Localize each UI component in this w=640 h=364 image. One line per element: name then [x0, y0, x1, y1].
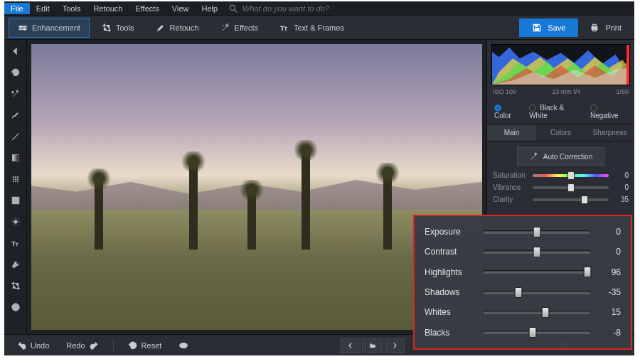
tone-sliders-callout: Exposure 0Contrast 0Highlights 96Shadows…	[413, 215, 632, 350]
save-button[interactable]: Save	[519, 18, 578, 37]
slider-track[interactable]	[533, 174, 609, 177]
prev-image-button[interactable]	[341, 338, 361, 353]
subtab-colors[interactable]: Colors	[536, 124, 585, 141]
mode-color[interactable]: Color	[494, 104, 521, 119]
pen-icon[interactable]	[9, 129, 23, 144]
undo-button[interactable]: Undo	[10, 338, 56, 353]
slider-clarity[interactable]: Clarity 35	[493, 196, 629, 203]
menu-edit[interactable]: Edit	[30, 3, 56, 14]
menu-view[interactable]: View	[166, 3, 196, 14]
slider-highlights[interactable]: Highlights 96	[425, 267, 621, 277]
menu-file[interactable]: File	[4, 3, 30, 14]
slider-knob[interactable]	[533, 227, 541, 237]
print-icon	[590, 23, 599, 33]
pattern-icon[interactable]	[9, 172, 23, 186]
slider-knob[interactable]	[542, 307, 550, 318]
svg-point-14	[13, 176, 14, 178]
svg-point-5	[23, 28, 26, 30]
svg-point-4	[20, 26, 22, 28]
slider-track[interactable]	[533, 198, 609, 201]
slider-label: Vibrance	[493, 183, 528, 191]
slider-contrast[interactable]: Contrast 0	[425, 247, 621, 257]
menu-help[interactable]: Help	[195, 3, 224, 14]
rotate-icon[interactable]	[9, 65, 23, 80]
mode-negative[interactable]: Negative	[590, 104, 627, 119]
slider-track[interactable]	[483, 230, 591, 234]
browse-button[interactable]	[362, 338, 383, 353]
brush-icon[interactable]	[9, 108, 23, 122]
reset-button[interactable]: Reset	[121, 338, 169, 353]
slider-shadows[interactable]: Shadows -35	[425, 287, 621, 297]
save-label: Save	[548, 23, 565, 32]
menu-retouch[interactable]: Retouch	[87, 3, 129, 14]
slider-label: Exposure	[425, 227, 474, 237]
crop-icon	[102, 23, 112, 33]
slider-knob[interactable]	[581, 196, 588, 204]
subtab-main[interactable]: Main	[487, 124, 536, 141]
slider-label: Shadows	[425, 287, 474, 297]
svg-point-21	[15, 181, 16, 182]
subtab-sharpness[interactable]: Sharpness	[585, 124, 634, 141]
save-icon	[532, 23, 542, 33]
slider-value: 15	[599, 307, 621, 317]
mode-bw[interactable]: Black & White	[529, 104, 582, 119]
adjust-subtabs: Main Colors Sharpness	[487, 124, 634, 141]
menu-tools[interactable]: Tools	[56, 3, 87, 14]
redo-button[interactable]: Redo	[59, 338, 105, 353]
slider-track[interactable]	[533, 186, 609, 189]
menu-effects[interactable]: Effects	[129, 3, 165, 14]
tab-enhancement[interactable]: Enhancement	[9, 18, 90, 38]
vignette-icon[interactable]	[9, 193, 23, 208]
tab-tools[interactable]: Tools	[92, 18, 144, 38]
slider-whites[interactable]: Whites 15	[425, 307, 621, 317]
auto-correction-button[interactable]: Auto Correction	[517, 147, 604, 166]
slider-label: Highlights	[425, 267, 474, 277]
print-button[interactable]: Print	[581, 18, 630, 37]
gradient-icon[interactable]	[9, 151, 23, 165]
text-icon: TT	[279, 23, 289, 33]
slider-track[interactable]	[483, 291, 591, 294]
print-label: Print	[605, 23, 622, 32]
slider-value: 0	[613, 183, 629, 191]
slider-knob[interactable]	[533, 247, 541, 257]
slider-track[interactable]	[483, 331, 591, 334]
globe-icon[interactable]	[9, 300, 23, 314]
slider-knob[interactable]	[528, 327, 536, 338]
svg-point-25	[14, 220, 17, 224]
svg-text:T: T	[280, 24, 284, 31]
next-image-button[interactable]	[385, 338, 405, 353]
autofix-icon[interactable]	[9, 87, 23, 101]
preview-button[interactable]	[171, 338, 196, 353]
tab-label: Retouch	[170, 23, 199, 32]
slider-track[interactable]	[483, 250, 591, 254]
slider-vibrance[interactable]: Vibrance 0	[493, 183, 629, 191]
svg-point-0	[230, 5, 235, 10]
tab-label: Tools	[116, 23, 134, 32]
histogram	[491, 44, 630, 85]
tab-effects[interactable]: Effects	[211, 18, 267, 38]
slider-track[interactable]	[483, 270, 591, 274]
text-tool-icon[interactable]: TT	[9, 236, 23, 250]
sun-icon[interactable]	[9, 215, 23, 229]
tab-retouch[interactable]: Retouch	[146, 18, 208, 38]
slider-knob[interactable]	[584, 267, 592, 277]
small-sliders: Saturation 0Vibrance 0Clarity 35	[487, 171, 634, 203]
slider-blacks[interactable]: Blacks -8	[425, 328, 621, 338]
svg-rect-12	[593, 28, 597, 31]
slider-value: 0	[613, 171, 629, 179]
wrench-icon[interactable]	[9, 257, 23, 272]
slider-exposure[interactable]: Exposure 0	[425, 227, 621, 237]
search-input[interactable]	[238, 3, 352, 14]
slider-knob[interactable]	[567, 171, 575, 180]
slider-track[interactable]	[483, 311, 591, 314]
svg-point-19	[17, 178, 18, 180]
slider-value: -35	[599, 287, 621, 297]
wand-icon	[529, 151, 539, 161]
search-icon	[228, 4, 238, 14]
tab-text-frames[interactable]: TT Text & Frames	[270, 18, 353, 38]
slider-knob[interactable]	[515, 287, 523, 298]
crop-tool-icon[interactable]	[9, 279, 23, 293]
back-icon[interactable]	[9, 44, 23, 58]
slider-saturation[interactable]: Saturation 0	[493, 171, 629, 179]
slider-knob[interactable]	[567, 183, 575, 192]
